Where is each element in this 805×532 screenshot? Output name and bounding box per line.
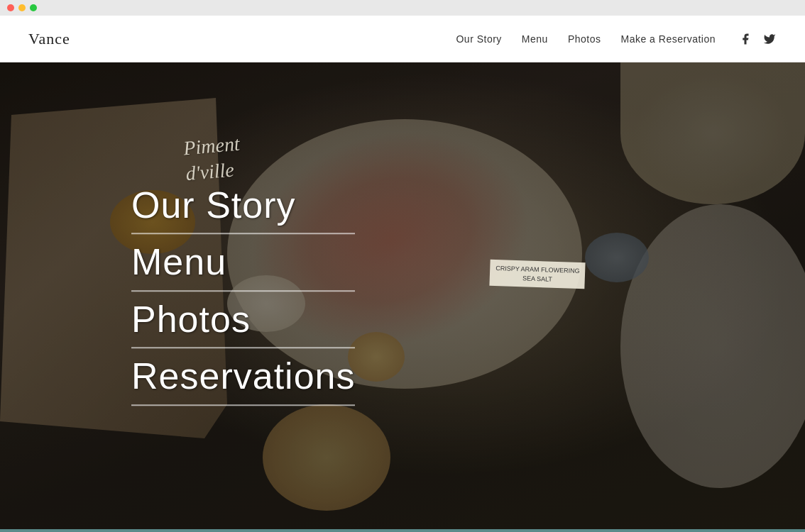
browser-close-dot[interactable] bbox=[7, 4, 14, 11]
nav-item-reservation[interactable]: Make a Reservation bbox=[620, 33, 716, 45]
browser-maximize-dot[interactable] bbox=[30, 4, 37, 11]
nav-item-our-story[interactable]: Our Story bbox=[456, 33, 501, 45]
browser-minimize-dot[interactable] bbox=[18, 4, 26, 11]
navbar-right: Our Story Menu Photos Make a Reservation bbox=[456, 32, 777, 46]
facebook-icon[interactable] bbox=[738, 32, 752, 46]
hero-section: Piment d'ville CRISPY ARAM FLOWERING SEA… bbox=[0, 62, 805, 532]
nav-link-photos[interactable]: Photos bbox=[568, 33, 601, 45]
nav-link-reservation[interactable]: Make a Reservation bbox=[620, 33, 716, 45]
nav-item-photos[interactable]: Photos bbox=[568, 33, 601, 45]
navbar: Vance Our Story Menu Photos Make a Reser… bbox=[0, 16, 805, 62]
nav-item-menu[interactable]: Menu bbox=[522, 33, 548, 45]
bottom-accent-bar bbox=[0, 529, 805, 532]
browser-chrome bbox=[0, 0, 805, 16]
site-logo[interactable]: Vance bbox=[28, 30, 70, 48]
hero-nav-menu[interactable]: Menu bbox=[131, 240, 355, 292]
nav-link-menu[interactable]: Menu bbox=[522, 33, 548, 45]
twitter-icon[interactable] bbox=[762, 32, 777, 46]
hero-nav-reservations[interactable]: Reservations bbox=[131, 354, 355, 405]
nav-link-our-story[interactable]: Our Story bbox=[456, 33, 501, 45]
hero-nav-photos[interactable]: Photos bbox=[131, 297, 355, 348]
dark-overlay bbox=[0, 62, 805, 532]
hero-nav-our-story[interactable]: Our Story bbox=[131, 183, 355, 234]
navbar-social bbox=[738, 32, 777, 46]
navbar-links: Our Story Menu Photos Make a Reservation bbox=[456, 33, 716, 45]
hero-nav: Our Story Menu Photos Reservations bbox=[131, 183, 355, 411]
